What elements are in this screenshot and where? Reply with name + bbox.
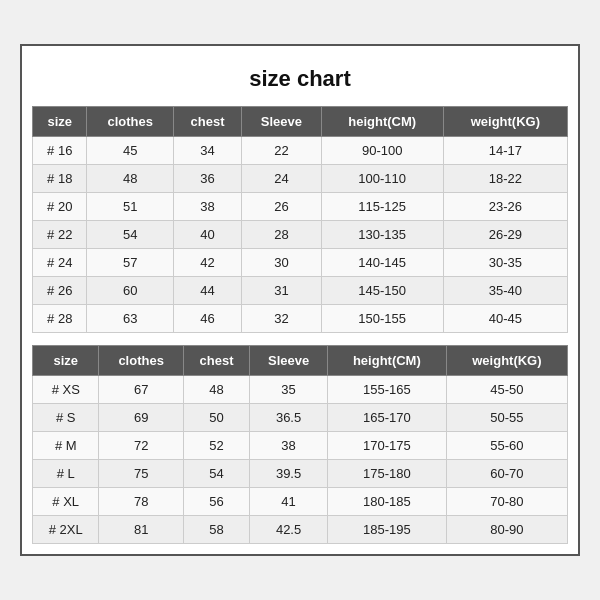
table-cell: 155-165 — [327, 376, 446, 404]
table-cell: 42.5 — [250, 516, 328, 544]
table-cell: 23-26 — [443, 193, 567, 221]
table-row: # L755439.5175-18060-70 — [33, 460, 568, 488]
table-cell: 175-180 — [327, 460, 446, 488]
table-cell: 67 — [99, 376, 183, 404]
table-cell: 70-80 — [446, 488, 567, 516]
table-row: # 28634632150-15540-45 — [33, 305, 568, 333]
table-cell: 39.5 — [250, 460, 328, 488]
table-row: # XS674835155-16545-50 — [33, 376, 568, 404]
table-cell: # XS — [33, 376, 99, 404]
table-cell: 170-175 — [327, 432, 446, 460]
table-row: # 26604431145-15035-40 — [33, 277, 568, 305]
table-cell: 57 — [87, 249, 173, 277]
table-cell: 30-35 — [443, 249, 567, 277]
table-cell: 130-135 — [321, 221, 443, 249]
table-cell: 90-100 — [321, 137, 443, 165]
chart-title: size chart — [32, 56, 568, 106]
table-cell: 75 — [99, 460, 183, 488]
table-row: # 1645342290-10014-17 — [33, 137, 568, 165]
table-row: # 2XL815842.5185-19580-90 — [33, 516, 568, 544]
table-cell: 36.5 — [250, 404, 328, 432]
table-cell: 35-40 — [443, 277, 567, 305]
table-cell: 32 — [242, 305, 322, 333]
table-cell: 100-110 — [321, 165, 443, 193]
table-cell: # M — [33, 432, 99, 460]
table-row: # S695036.5165-17050-55 — [33, 404, 568, 432]
table-cell: 63 — [87, 305, 173, 333]
table-row: # 18483624100-11018-22 — [33, 165, 568, 193]
table-cell: 42 — [173, 249, 241, 277]
table-cell: 54 — [183, 460, 249, 488]
table-cell: 78 — [99, 488, 183, 516]
table-cell: 24 — [242, 165, 322, 193]
table1-body: # 1645342290-10014-17# 18483624100-11018… — [33, 137, 568, 333]
table-cell: 26 — [242, 193, 322, 221]
col-header: height(CM) — [321, 107, 443, 137]
size-table-2: sizeclotheschestSleeveheight(CM)weight(K… — [32, 345, 568, 544]
col-header: clothes — [87, 107, 173, 137]
table-cell: 69 — [99, 404, 183, 432]
table-row: # 22544028130-13526-29 — [33, 221, 568, 249]
col-header: Sleeve — [242, 107, 322, 137]
table-cell: 56 — [183, 488, 249, 516]
table-cell: 48 — [183, 376, 249, 404]
table-cell: 80-90 — [446, 516, 567, 544]
table-cell: # 18 — [33, 165, 87, 193]
table-cell: 38 — [173, 193, 241, 221]
table-cell: 28 — [242, 221, 322, 249]
table-cell: 41 — [250, 488, 328, 516]
col-header: chest — [173, 107, 241, 137]
table-cell: 60-70 — [446, 460, 567, 488]
table-cell: 115-125 — [321, 193, 443, 221]
col-header: size — [33, 107, 87, 137]
table-cell: # 24 — [33, 249, 87, 277]
table-cell: 50 — [183, 404, 249, 432]
table-cell: 36 — [173, 165, 241, 193]
table-cell: 26-29 — [443, 221, 567, 249]
table-cell: 30 — [242, 249, 322, 277]
col-header: weight(KG) — [446, 346, 567, 376]
table-cell: # 20 — [33, 193, 87, 221]
table-row: # 20513826115-12523-26 — [33, 193, 568, 221]
table-cell: 48 — [87, 165, 173, 193]
table-cell: 22 — [242, 137, 322, 165]
table-cell: 44 — [173, 277, 241, 305]
table-cell: 45 — [87, 137, 173, 165]
size-table-1: sizeclotheschestSleeveheight(CM)weight(K… — [32, 106, 568, 333]
table-cell: 51 — [87, 193, 173, 221]
col-header: height(CM) — [327, 346, 446, 376]
table-cell: # 22 — [33, 221, 87, 249]
table-cell: 38 — [250, 432, 328, 460]
table-cell: 40 — [173, 221, 241, 249]
table-cell: 81 — [99, 516, 183, 544]
table-cell: 34 — [173, 137, 241, 165]
table-cell: 35 — [250, 376, 328, 404]
table2-header-row: sizeclotheschestSleeveheight(CM)weight(K… — [33, 346, 568, 376]
size-chart-container: size chart sizeclotheschestSleeveheight(… — [20, 44, 580, 556]
table-cell: 54 — [87, 221, 173, 249]
table-cell: 145-150 — [321, 277, 443, 305]
table-cell: 14-17 — [443, 137, 567, 165]
table-cell: # 28 — [33, 305, 87, 333]
table-cell: 150-155 — [321, 305, 443, 333]
table-cell: 140-145 — [321, 249, 443, 277]
table-cell: # XL — [33, 488, 99, 516]
table-cell: 180-185 — [327, 488, 446, 516]
table1-header-row: sizeclotheschestSleeveheight(CM)weight(K… — [33, 107, 568, 137]
table1-header: sizeclotheschestSleeveheight(CM)weight(K… — [33, 107, 568, 137]
table-cell: 52 — [183, 432, 249, 460]
col-header: size — [33, 346, 99, 376]
col-header: clothes — [99, 346, 183, 376]
table-cell: # L — [33, 460, 99, 488]
table-cell: # S — [33, 404, 99, 432]
table-cell: 45-50 — [446, 376, 567, 404]
table-cell: 18-22 — [443, 165, 567, 193]
table-row: # 24574230140-14530-35 — [33, 249, 568, 277]
col-header: weight(KG) — [443, 107, 567, 137]
table2-header: sizeclotheschestSleeveheight(CM)weight(K… — [33, 346, 568, 376]
table2-body: # XS674835155-16545-50# S695036.5165-170… — [33, 376, 568, 544]
table-cell: # 26 — [33, 277, 87, 305]
table-cell: 58 — [183, 516, 249, 544]
col-header: chest — [183, 346, 249, 376]
table-row: # XL785641180-18570-80 — [33, 488, 568, 516]
